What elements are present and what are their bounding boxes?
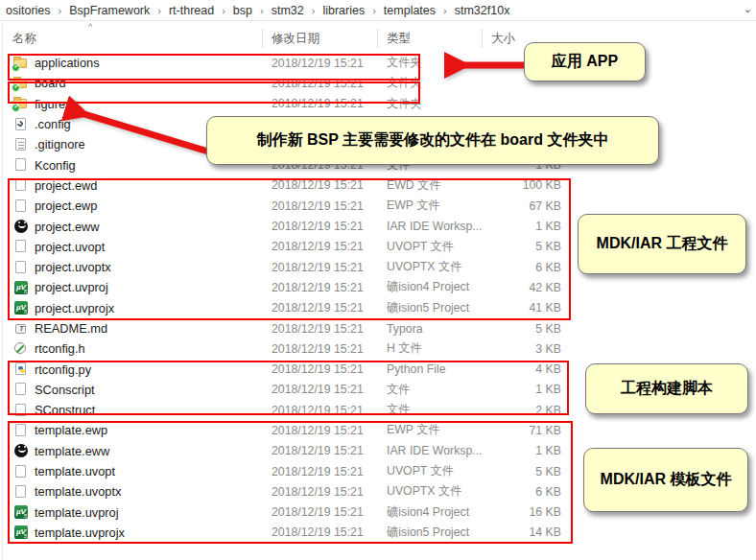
- column-header-size[interactable]: 大小: [491, 29, 515, 48]
- breadcrumb-item-stm32f10x[interactable]: stm32f10x: [453, 4, 512, 17]
- file-row[interactable]: template.uvprojx 2018/12/19 15:21 礦ision…: [0, 523, 576, 543]
- file-type: IAR IDE Worksp...: [387, 220, 483, 233]
- file-name: template.uvoptx: [35, 484, 121, 499]
- file-type: IAR IDE Worksp...: [387, 444, 483, 457]
- breadcrumb: ositories›BspFramework›rt-thread›bsp›stm…: [0, 0, 756, 21]
- file-row[interactable]: template.uvproj 2018/12/19 15:21 礦ision4…: [0, 502, 576, 523]
- file-row[interactable]: figures 2018/12/19 15:21 文件夹: [0, 94, 576, 114]
- file-row[interactable]: project.ewp 2018/12/19 15:21 EWP 文件 67 K…: [0, 196, 576, 216]
- file-name: project.uvopt: [35, 240, 105, 254]
- blank-icon: [13, 260, 29, 275]
- folder-icon: [13, 76, 29, 91]
- file-size: 3 KB: [478, 342, 561, 356]
- file-date: 2018/12/19 15:21: [272, 505, 364, 519]
- file-row[interactable]: template.uvoptx 2018/12/19 15:21 UVOPTX …: [0, 481, 576, 502]
- blank-icon: [13, 177, 29, 193]
- file-type: UVOPT 文件: [387, 239, 454, 255]
- column-divider[interactable]: [262, 29, 263, 48]
- file-date: 2018/12/19 15:21: [272, 322, 364, 336]
- breadcrumb-item-rt-thread[interactable]: rt-thread: [167, 4, 216, 17]
- file-row[interactable]: SConstruct 2018/12/19 15:21 文件 2 KB: [0, 400, 576, 420]
- file-type: 文件夹: [387, 96, 422, 112]
- file-name: template.eww: [35, 444, 109, 458]
- file-type: 礦ision5 Project: [387, 300, 469, 316]
- callout-build-scripts: 工程构建脚本: [585, 363, 748, 414]
- file-type: UVOPT 文件: [387, 463, 454, 479]
- file-row[interactable]: template.uvopt 2018/12/19 15:21 UVOPT 文件…: [0, 461, 576, 481]
- file-name: applications: [35, 56, 100, 70]
- breadcrumb-item-stm32[interactable]: stm32: [270, 4, 306, 17]
- callout-mdk-iar-template: MDK/IAR 模板文件: [583, 448, 748, 512]
- file-name: project.ewd: [35, 178, 97, 193]
- column-header-type[interactable]: 类型: [387, 29, 411, 48]
- file-date: 2018/12/19 15:21: [272, 362, 364, 376]
- file-type: EWP 文件: [387, 422, 440, 438]
- chevron-down-icon[interactable]: ⌄: [744, 3, 752, 15]
- file-date: 2018/12/19 15:21: [272, 404, 364, 417]
- file-size: 71 KB: [478, 424, 561, 437]
- keil-icon: [13, 280, 29, 295]
- breadcrumb-item-bsp[interactable]: bsp: [231, 4, 254, 17]
- iar-icon: [13, 443, 29, 458]
- file-date: 2018/12/19 15:21: [272, 525, 364, 539]
- file-row[interactable]: project.eww 2018/12/19 15:21 IAR IDE Wor…: [0, 216, 576, 236]
- blank-icon: [13, 157, 29, 173]
- file-row[interactable]: template.ewp 2018/12/19 15:21 EWP 文件 71 …: [0, 420, 576, 440]
- breadcrumb-item-ositories[interactable]: ositories: [4, 4, 53, 17]
- breadcrumb-item-BspFramework[interactable]: BspFramework: [67, 4, 152, 17]
- file-row[interactable]: template.eww 2018/12/19 15:21 IAR IDE Wo…: [0, 441, 576, 461]
- file-row[interactable]: project.uvproj 2018/12/19 15:21 礦ision4 …: [0, 277, 576, 297]
- callout-board-note: 制作新 BSP 主要需要修改的文件在 board 文件夹中: [206, 116, 659, 165]
- breadcrumb-item-libraries[interactable]: libraries: [320, 4, 366, 17]
- file-row[interactable]: project.uvoptx 2018/12/19 15:21 UVOPTX 文…: [0, 257, 576, 277]
- file-type: UVOPTX 文件: [387, 259, 462, 275]
- file-size: 1 KB: [478, 383, 561, 396]
- column-header-name[interactable]: 名称: [12, 29, 36, 48]
- file-date: 2018/12/19 15:21: [272, 383, 364, 396]
- column-header-date[interactable]: 修改日期: [272, 29, 319, 48]
- file-date: 2018/12/19 15:21: [272, 97, 364, 110]
- python-icon: [13, 362, 29, 377]
- column-divider[interactable]: [377, 29, 378, 48]
- file-row[interactable]: SConscript 2018/12/19 15:21 文件 1 KB: [0, 380, 576, 400]
- config-icon: [13, 117, 29, 132]
- file-size: 4 KB: [478, 362, 561, 376]
- file-size: 6 KB: [478, 261, 561, 274]
- file-row[interactable]: board 2018/12/19 15:21 文件夹: [0, 73, 576, 93]
- file-row[interactable]: project.ewd 2018/12/19 15:21 EWD 文件 100 …: [0, 175, 576, 196]
- blank-icon: [13, 423, 29, 438]
- keil-icon: [13, 300, 29, 315]
- file-row[interactable]: project.uvopt 2018/12/19 15:21 UVOPT 文件 …: [0, 237, 576, 257]
- file-date: 2018/12/19 15:21: [272, 342, 364, 356]
- breadcrumb-item-templates[interactable]: templates: [382, 4, 437, 17]
- file-row[interactable]: README.md 2018/12/19 15:21 Typora 5 KB: [0, 318, 576, 338]
- file-row[interactable]: rtconfig.h 2018/12/19 15:21 H 文件 3 KB: [0, 338, 576, 359]
- file-name: SConstruct: [35, 403, 95, 417]
- file-size: 5 KB: [478, 465, 561, 478]
- file-type: Typora: [387, 322, 423, 336]
- file-type: 礦ision5 Project: [387, 525, 469, 541]
- file-type: EWD 文件: [387, 177, 441, 194]
- file-row[interactable]: rtconfig.py 2018/12/19 15:21 Python File…: [0, 359, 576, 379]
- file-type: 文件: [387, 402, 411, 418]
- file-name: template.uvopt: [35, 464, 115, 478]
- file-row[interactable]: applications 2018/12/19 15:21 文件夹: [0, 53, 576, 73]
- file-type: 礦ision4 Project: [387, 504, 469, 521]
- breadcrumb-separator: ›: [306, 5, 321, 16]
- file-type: Python File: [387, 362, 446, 376]
- breadcrumb-separator: ›: [53, 5, 68, 16]
- file-date: 2018/12/19 15:21: [272, 77, 364, 90]
- text-icon: [13, 137, 29, 152]
- file-date: 2018/12/19 15:21: [272, 485, 364, 499]
- file-name: .config: [35, 117, 71, 131]
- file-type: EWP 文件: [387, 198, 440, 214]
- file-name: project.uvprojx: [35, 301, 114, 315]
- file-date: 2018/12/19 15:21: [272, 444, 364, 457]
- file-row[interactable]: project.uvprojx 2018/12/19 15:21 礦ision5…: [0, 298, 576, 318]
- keil-icon: [13, 504, 29, 520]
- file-size: 100 KB: [478, 178, 561, 192]
- file-name: template.ewp: [35, 423, 107, 437]
- column-divider[interactable]: [482, 29, 483, 48]
- file-name: template.uvprojx: [35, 525, 125, 540]
- breadcrumb-separator: ›: [437, 5, 453, 16]
